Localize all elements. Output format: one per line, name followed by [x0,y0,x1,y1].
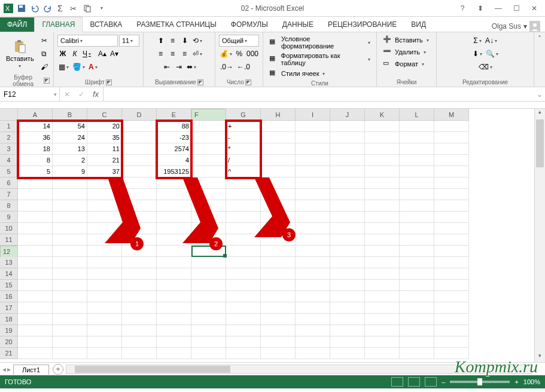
cell-J21[interactable] [330,348,365,359]
column-header-F[interactable]: F [191,109,226,121]
row-header-18[interactable]: 18 [0,314,18,325]
cell-L11[interactable] [400,234,434,246]
cell-H2[interactable] [261,132,296,143]
vertical-scrollbar[interactable]: ▴▾ [534,109,545,362]
cell-G18[interactable] [226,314,261,325]
wrap-text-button[interactable]: ⏎ [191,48,203,60]
cell-D15[interactable] [122,280,157,291]
cell-E9[interactable] [157,212,191,223]
cell-M1[interactable] [434,121,469,132]
cell-J3[interactable] [330,143,365,155]
cell-I21[interactable] [296,348,330,359]
cell-I20[interactable] [296,336,330,348]
cell-D7[interactable] [122,189,157,200]
cell-G15[interactable] [226,280,261,291]
cell-I9[interactable] [296,212,330,223]
cell-A9[interactable] [18,212,53,223]
cell-K4[interactable] [365,155,400,166]
cell-G11[interactable] [226,234,261,246]
cell-B10[interactable] [53,223,87,234]
cell-H20[interactable] [261,336,296,348]
row-header-10[interactable]: 10 [0,223,18,234]
cell-H6[interactable] [261,177,296,189]
cell-H18[interactable] [261,314,296,325]
column-header-I[interactable]: I [296,109,330,121]
cell-G16[interactable] [226,291,261,302]
cell-J13[interactable] [330,257,365,268]
cell-M19[interactable] [434,325,469,336]
cell-I17[interactable] [296,302,330,314]
cell-F2[interactable] [191,132,226,143]
cell-J15[interactable] [330,280,365,291]
cell-H16[interactable] [261,291,296,302]
cell-I12[interactable] [296,246,330,257]
cell-B13[interactable] [53,257,87,268]
cell-A8[interactable] [18,200,53,212]
cell-B15[interactable] [53,280,87,291]
conditional-format-button[interactable]: ▦Условное форматирование [267,35,373,50]
user-account[interactable]: Olga Sus ▾ [487,21,545,32]
cell-K6[interactable] [365,177,400,189]
cell-E19[interactable] [157,325,191,336]
enter-formula-button[interactable]: ✓ [74,90,89,99]
cell-B16[interactable] [53,291,87,302]
cell-D18[interactable] [122,314,157,325]
cell-styles-button[interactable]: ▦Стили ячеек [267,68,373,79]
cell-A16[interactable] [18,291,53,302]
cell-F6[interactable] [191,177,226,189]
tab-insert[interactable]: ВСТАВКА [83,17,129,32]
column-header-J[interactable]: J [330,109,365,121]
cell-E20[interactable] [157,336,191,348]
cell-J16[interactable] [330,291,365,302]
align-middle-button[interactable]: ≡ [168,35,178,47]
cell-D19[interactable] [122,325,157,336]
cell-L7[interactable] [400,189,434,200]
column-header-C[interactable]: C [87,109,122,121]
minimize-icon[interactable]: — [491,2,506,14]
cell-J5[interactable] [330,166,365,177]
cell-D10[interactable] [122,223,157,234]
cell-H7[interactable] [261,189,296,200]
cell-K20[interactable] [365,336,400,348]
column-header-A[interactable]: A [18,109,53,121]
cell-I8[interactable] [296,200,330,212]
cell-F15[interactable] [191,280,226,291]
expand-formula-bar[interactable]: ⌄ [534,87,545,101]
cell-I13[interactable] [296,257,330,268]
cell-D4[interactable] [122,155,157,166]
cell-G21[interactable] [226,348,261,359]
cell-E21[interactable] [157,348,191,359]
column-header-G[interactable]: G [226,109,261,121]
autosum-button[interactable]: Σ [472,35,483,47]
cut-icon[interactable]: ✂ [69,4,79,13]
cell-F21[interactable] [191,348,226,359]
cell-M15[interactable] [434,280,469,291]
cell-C17[interactable] [87,302,122,314]
cell-M10[interactable] [434,223,469,234]
cell-D8[interactable] [122,200,157,212]
cell-C14[interactable] [87,268,122,280]
cell-H4[interactable] [261,155,296,166]
qat-customize[interactable] [96,2,106,14]
cell-K5[interactable] [365,166,400,177]
cell-L19[interactable] [400,325,434,336]
cell-I10[interactable] [296,223,330,234]
cell-H3[interactable] [261,143,296,155]
cell-M16[interactable] [434,291,469,302]
cell-C15[interactable] [87,280,122,291]
cell-B18[interactable] [53,314,87,325]
cell-F20[interactable] [191,336,226,348]
cell-G7[interactable] [226,189,261,200]
cell-E14[interactable] [157,268,191,280]
cell-F16[interactable] [191,291,226,302]
cell-D13[interactable] [122,257,157,268]
cell-A10[interactable] [18,223,53,234]
fill-button[interactable]: ⬇ [471,48,483,60]
row-header-12[interactable]: 12 [0,246,18,258]
cell-F9[interactable] [191,212,226,223]
cell-D14[interactable] [122,268,157,280]
row-header-19[interactable]: 19 [0,325,18,336]
cell-M18[interactable] [434,314,469,325]
cell-C19[interactable] [87,325,122,336]
cell-B20[interactable] [53,336,87,348]
